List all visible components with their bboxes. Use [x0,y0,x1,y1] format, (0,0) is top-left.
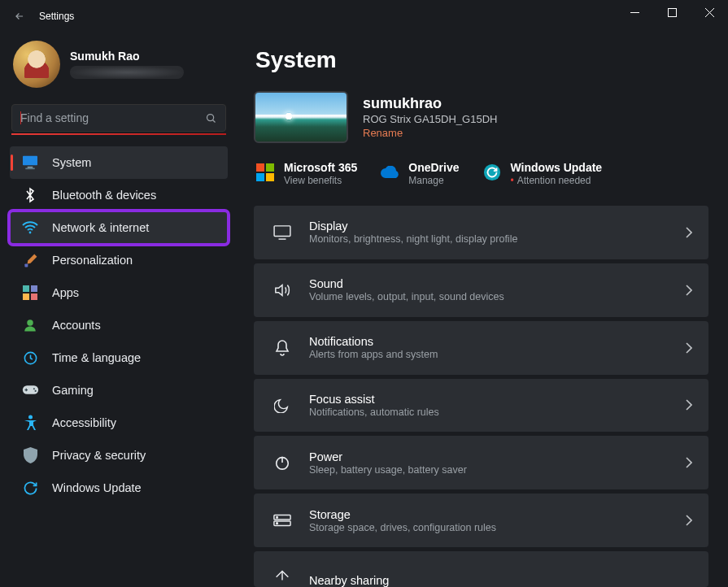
svg-point-15 [33,388,34,389]
svg-point-22 [483,164,499,180]
svg-rect-10 [23,294,29,300]
sidebar-item-personalization[interactable]: Personalization [10,244,228,276]
device-thumbnail[interactable] [254,91,348,143]
action-onedrive[interactable]: OneDriveManage [380,161,459,186]
rename-link[interactable]: Rename [363,127,403,139]
sidebar-item-time[interactable]: Time & language [10,341,228,374]
sidebar-item-label: Personalization [52,254,133,267]
close-button[interactable] [691,0,728,24]
gaming-icon [21,381,39,399]
search-input[interactable] [20,111,205,124]
moon-icon [272,394,293,415]
row-title: Focus assist [309,393,685,406]
action-row: Microsoft 365View benefits OneDriveManag… [255,161,708,186]
bell-icon [272,337,293,359]
svg-rect-9 [31,285,37,292]
sidebar-item-accessibility[interactable]: Accessibility [10,407,228,439]
chevron-right-icon [685,515,692,526]
brush-icon [21,251,39,269]
action-label: Windows Update [511,161,603,174]
sidebar-item-label: Gaming [52,384,94,397]
share-icon [272,564,293,585]
row-focus[interactable]: Focus assistNotifications, automatic rul… [254,379,708,433]
sidebar-item-label: Network & internet [52,221,149,234]
search-icon [205,112,217,124]
action-label: OneDrive [408,161,459,174]
sidebar-item-privacy[interactable]: Privacy & security [10,439,228,472]
shield-icon [21,446,39,464]
svg-point-12 [27,320,33,326]
svg-rect-20 [256,173,264,181]
sidebar-item-label: Accounts [52,319,101,332]
minimize-button[interactable] [616,0,653,24]
ms365-icon [255,163,275,182]
avatar [13,41,60,88]
update-icon [21,479,39,497]
bluetooth-icon [21,186,39,204]
search-underline [11,133,226,135]
sidebar-item-accounts[interactable]: Accounts [10,309,228,341]
svg-rect-19 [266,163,274,172]
search-box[interactable] [11,104,226,132]
sidebar: Sumukh Rao System Bluetooth & devices Ne… [0,33,236,587]
svg-rect-8 [23,285,29,292]
row-desc: Alerts from apps and system [309,349,685,360]
chevron-right-icon [685,399,692,411]
window-title: Settings [39,11,74,22]
svg-rect-4 [28,167,33,168]
row-storage[interactable]: StorageStorage space, drives, configurat… [254,494,708,547]
row-title: Storage [309,508,685,521]
action-windows-update[interactable]: Windows Update•Attention needed [482,161,603,186]
user-box[interactable]: Sumukh Rao [10,37,228,96]
row-title: Notifications [309,335,685,348]
apps-icon [21,284,39,302]
svg-point-16 [34,390,36,392]
sidebar-item-update[interactable]: Windows Update [10,472,228,504]
user-email-redacted [70,66,184,79]
sidebar-item-network[interactable]: Network & internet [10,211,228,244]
row-display[interactable]: DisplayMonitors, brightness, night light… [254,206,708,259]
svg-rect-18 [256,163,264,172]
row-title: Sound [309,277,685,290]
sidebar-item-label: Time & language [52,351,141,364]
row-power[interactable]: PowerSleep, battery usage, battery saver [254,436,708,489]
sidebar-item-gaming[interactable]: Gaming [10,374,228,407]
onedrive-icon [380,163,399,182]
sidebar-item-label: Privacy & security [52,449,146,462]
settings-list: DisplayMonitors, brightness, night light… [254,206,708,587]
action-desc: View benefits [284,175,357,186]
row-notifications[interactable]: NotificationsAlerts from apps and system [254,321,708,375]
sidebar-item-system[interactable]: System [10,146,228,179]
svg-rect-21 [266,173,274,181]
chevron-right-icon [685,285,692,296]
svg-point-6 [29,232,32,234]
svg-rect-1 [668,8,676,16]
maximize-button[interactable] [653,0,691,24]
svg-point-28 [277,523,278,524]
row-nearby[interactable]: Nearby sharing [254,551,708,587]
back-button[interactable] [7,3,33,29]
sidebar-item-label: Windows Update [52,481,142,494]
sidebar-item-apps[interactable]: Apps [10,276,228,309]
wifi-icon [21,219,39,237]
content-area: System sumukhrao ROG Strix GA15DH_G15DH … [236,33,728,587]
row-desc: Storage space, drives, configuration rul… [309,522,685,533]
action-desc: •Attention needed [511,175,603,186]
chevron-right-icon [685,457,692,468]
sidebar-item-label: Apps [52,286,79,299]
display-icon [272,222,293,243]
sidebar-item-bluetooth[interactable]: Bluetooth & devices [10,179,228,211]
action-ms365[interactable]: Microsoft 365View benefits [255,161,357,186]
row-title: Display [309,220,685,233]
device-box: sumukhrao ROG Strix GA15DH_G15DH Rename [254,91,708,143]
storage-icon [272,510,293,531]
clock-icon [21,349,39,367]
power-icon [272,452,293,473]
row-sound[interactable]: SoundVolume levels, output, input, sound… [254,263,708,317]
sidebar-item-label: System [52,156,91,169]
svg-rect-0 [630,12,639,13]
accessibility-icon [21,414,39,432]
sidebar-nav: System Bluetooth & devices Network & int… [10,146,228,504]
chevron-right-icon [685,342,692,354]
sidebar-item-label: Bluetooth & devices [52,189,156,202]
